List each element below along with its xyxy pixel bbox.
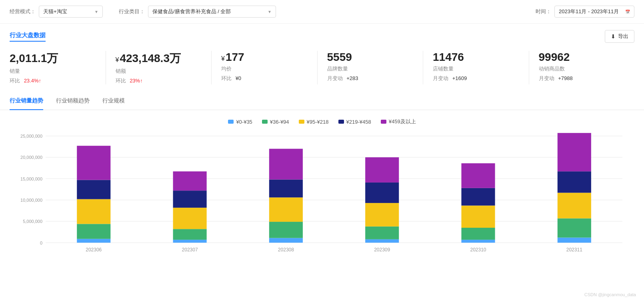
legend-item-2: ¥95-¥218: [299, 119, 329, 125]
bar-4-4: [461, 163, 495, 188]
legend-item-4: ¥459及以上: [381, 118, 416, 125]
mode-filter-group: 经营模式： 天猫+淘宝 ▼: [10, 6, 103, 18]
export-button[interactable]: ⬇ 导出: [605, 30, 634, 43]
bar-2-3: [269, 179, 303, 197]
bar-1-1: [173, 229, 207, 240]
section-title: 行业大盘数据: [10, 32, 46, 42]
bar-3-4: [365, 157, 399, 183]
mode-label: 经营模式：: [10, 8, 36, 15]
tab-2[interactable]: 行业规模: [102, 92, 125, 110]
bar-0-2: [77, 199, 110, 224]
metric-name-3: 品牌数量: [327, 65, 414, 72]
category-chevron-icon: ▼: [268, 10, 272, 14]
bar-2-1: [269, 222, 303, 238]
metric-name-5: 动销商品数: [539, 65, 625, 72]
metric-value-1: ¥423,148.3万: [116, 51, 202, 66]
bar-2-4: [269, 149, 303, 180]
legend-item-3: ¥219-¥458: [338, 119, 371, 125]
bar-0-3: [77, 180, 110, 199]
chart-area: ¥0-¥35¥36-¥94¥95-¥218¥219-¥458¥459及以上 05…: [0, 110, 644, 264]
metric-name-0: 销量: [10, 68, 96, 75]
svg-text:15,000,000: 15,000,000: [20, 176, 42, 181]
metric-name-4: 店铺数量: [433, 65, 519, 72]
category-select[interactable]: 保健食品/膳食营养补充食品 / 全部 ▼: [148, 6, 276, 18]
legend-label-2: ¥95-¥218: [307, 119, 329, 125]
metrics-row: 2,011.1万 销量 环比 23.4%↑ ¥423,148.3万 销额 环比 …: [0, 46, 644, 92]
legend-color-0: [228, 120, 234, 124]
bar-5-3: [558, 171, 591, 193]
time-label: 时间：: [536, 8, 551, 15]
legend-item-0: ¥0-¥35: [228, 119, 252, 125]
legend-label-4: ¥459及以上: [389, 118, 416, 125]
export-icon: ⬇: [611, 33, 616, 40]
bar-5-1: [558, 219, 591, 238]
bar-4-0: [461, 240, 495, 243]
metric-item-5: 99962 动销商品数 月变动 +7988: [539, 51, 635, 84]
svg-text:10,000,000: 10,000,000: [20, 198, 42, 203]
bar-4-2: [461, 206, 495, 228]
mode-select[interactable]: 天猫+淘宝 ▼: [39, 6, 103, 18]
metric-change-2: 环比 ¥0: [221, 75, 308, 82]
metric-change-0: 环比 23.4%↑: [10, 77, 96, 84]
bar-3-0: [365, 239, 399, 243]
bar-2-0: [269, 238, 303, 243]
svg-text:0: 0: [40, 240, 42, 245]
bar-1-4: [173, 171, 207, 191]
tabs-row: 行业销量趋势行业销额趋势行业规模: [0, 92, 644, 110]
svg-text:202309: 202309: [374, 247, 390, 252]
category-value: 保健食品/膳食营养补充食品 / 全部: [152, 8, 231, 15]
time-filter-group: 时间： 2023年11月 - 2023年11月 📅: [536, 6, 634, 18]
bar-4-1: [461, 228, 495, 240]
bar-0-0: [77, 239, 110, 243]
metric-value-5: 99962: [539, 51, 625, 64]
svg-text:202310: 202310: [470, 247, 486, 252]
legend-row: ¥0-¥35¥36-¥94¥95-¥218¥219-¥458¥459及以上: [10, 118, 634, 125]
bar-5-2: [558, 193, 591, 219]
svg-text:202308: 202308: [278, 247, 294, 252]
category-label: 行业类目：: [119, 8, 145, 15]
section-header: 行业大盘数据 ⬇ 导出: [0, 24, 644, 46]
bar-1-3: [173, 191, 207, 208]
legend-color-4: [381, 120, 386, 124]
top-bar: 经营模式： 天猫+淘宝 ▼ 行业类目： 保健食品/膳食营养补充食品 / 全部 ▼…: [0, 0, 644, 24]
bar-4-3: [461, 188, 495, 206]
legend-color-3: [338, 120, 344, 124]
metric-item-1: ¥423,148.3万 销额 环比 23%↑: [116, 51, 212, 84]
metric-item-0: 2,011.1万 销量 环比 23.4%↑: [10, 51, 106, 84]
metric-value-4: 11476: [433, 51, 519, 64]
metric-change-5: 月变动 +7988: [539, 75, 625, 82]
time-select[interactable]: 2023年11月 - 2023年11月 📅: [554, 6, 634, 18]
metric-value-2: ¥177: [221, 51, 308, 64]
metric-value-3: 5559: [327, 51, 414, 64]
calendar-icon: 📅: [625, 10, 630, 14]
legend-color-2: [299, 120, 304, 124]
metric-name-1: 销额: [116, 68, 202, 75]
metric-change-3: 月变动 +283: [327, 75, 414, 82]
bar-3-2: [365, 203, 399, 227]
svg-text:25,000,000: 25,000,000: [20, 134, 42, 138]
bar-chart: 05,000,00010,000,00015,000,00020,000,000…: [10, 132, 634, 260]
metric-change-4: 月变动 +1609: [433, 75, 519, 82]
bar-2-2: [269, 197, 303, 222]
svg-text:20,000,000: 20,000,000: [20, 155, 42, 160]
bar-0-1: [77, 224, 110, 239]
legend-label-3: ¥219-¥458: [346, 119, 371, 125]
bar-1-2: [173, 208, 207, 229]
svg-text:5,000,000: 5,000,000: [23, 219, 42, 224]
mode-value: 天猫+淘宝: [43, 8, 67, 15]
tab-1[interactable]: 行业销额趋势: [56, 92, 90, 110]
bar-0-4: [77, 146, 110, 180]
svg-text:202307: 202307: [182, 247, 198, 252]
svg-text:202311: 202311: [566, 247, 582, 252]
metric-change-1: 环比 23%↑: [116, 77, 202, 84]
bar-5-4: [558, 133, 591, 171]
export-label: 导出: [618, 33, 628, 40]
tab-0[interactable]: 行业销量趋势: [10, 92, 43, 110]
metric-item-3: 5559 品牌数量 月变动 +283: [327, 51, 424, 84]
metric-item-4: 11476 店铺数量 月变动 +1609: [433, 51, 529, 84]
metric-item-2: ¥177 均价 环比 ¥0: [221, 51, 318, 84]
legend-item-1: ¥36-¥94: [262, 119, 289, 125]
bar-3-1: [365, 227, 399, 239]
bar-3-3: [365, 183, 399, 203]
time-value: 2023年11月 - 2023年11月: [559, 8, 619, 15]
